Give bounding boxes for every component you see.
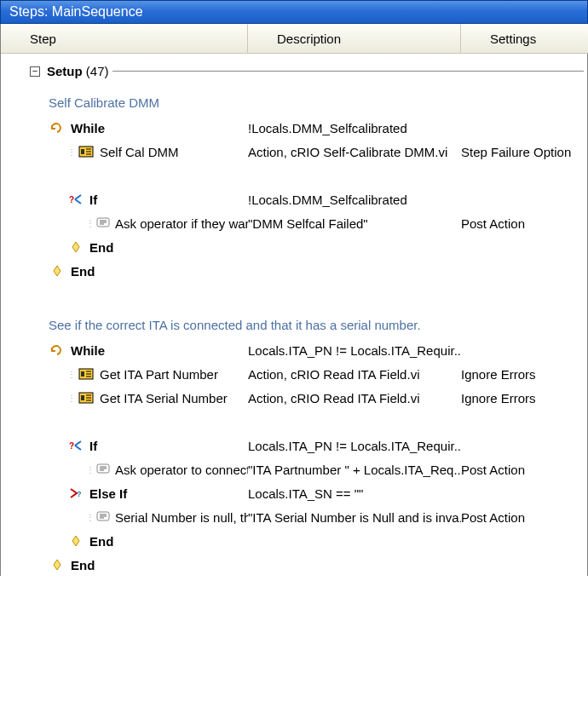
end-block-icon [67, 534, 84, 548]
step-settings: Post Action [461, 216, 588, 231]
step-name: End [71, 264, 95, 279]
step-desc: "ITA Partnumber " + Locals.ITA_Req... [248, 463, 461, 477]
step-row[interactable]: End [1, 234, 588, 258]
step-settings: Ignore Errors [461, 367, 588, 382]
col-description[interactable]: Description [248, 24, 461, 54]
step-name: End [89, 240, 113, 255]
step-settings: Post Action [461, 463, 588, 477]
comment-ita[interactable]: See if the correct ITA is connected and … [1, 306, 588, 337]
step-row[interactable]: End [1, 552, 588, 576]
svg-rect-5 [81, 371, 84, 377]
step-desc: !Locals.DMM_Selfcalibrated [248, 121, 461, 135]
action-vi-icon [78, 145, 95, 158]
svg-rect-1 [81, 149, 84, 154]
comment-selfcal[interactable]: Self Calibrate DMM [1, 83, 588, 115]
step-settings: Step Failure Option [461, 145, 588, 159]
step-name: Ask operator if they want to r... [115, 216, 248, 231]
step-row[interactable]: ⋮Serial Number is null, therefo... "ITA … [1, 504, 588, 528]
message-popup-icon [96, 216, 110, 230]
tree-line-icon: ⋮ [86, 465, 95, 474]
step-name: Ask operator to connect the ... [115, 463, 248, 477]
tree-line-icon: ⋮ [67, 147, 76, 157]
message-popup-icon [96, 510, 110, 524]
step-name: If [89, 193, 97, 207]
step-name: Get ITA Part Number [100, 367, 218, 382]
step-desc: Locals.ITA_SN == "" [248, 486, 461, 501]
action-vi-icon [78, 367, 95, 381]
group-count: (47) [86, 64, 109, 78]
if-branch-icon: ? [67, 439, 84, 452]
step-name: Serial Number is null, therefo... [115, 510, 248, 525]
tree-line-icon: ⋮ [67, 394, 76, 403]
step-row[interactable]: ⋮Get ITA Serial Number Action, cRIO Read… [1, 385, 588, 409]
steps-grid: Step Description Settings − Setup (47) S… [0, 24, 588, 576]
title-text: Steps: MainSequence [9, 4, 143, 19]
step-row[interactable]: ⋮Ask operator if they want to r... "DMM … [1, 210, 588, 234]
step-settings: Ignore Errors [461, 391, 588, 405]
step-row[interactable]: ?If !Locals.DMM_Selfcalibrated [1, 187, 588, 210]
col-step[interactable]: Step [1, 24, 248, 54]
elseif-branch-icon: ? [67, 486, 84, 500]
step-desc: "ITA Serial Number is Null and is inva..… [248, 510, 461, 525]
step-name: Else If [89, 486, 127, 501]
step-row[interactable]: End [1, 258, 588, 282]
tree-line-icon: ⋮ [67, 370, 76, 379]
step-row[interactable]: ⋮Self Cal DMM Action, cRIO Self-Calibrat… [1, 139, 588, 163]
col-settings[interactable]: Settings [461, 24, 588, 54]
step-desc: Action, cRIO Read ITA Field.vi [248, 391, 461, 405]
svg-text:?: ? [69, 195, 74, 204]
step-settings: Post Action [461, 510, 588, 525]
step-row[interactable]: While Locals.ITA_PN != Locals.ITA_Requir… [1, 337, 588, 361]
tree-line-icon: ⋮ [86, 219, 95, 228]
step-desc: Locals.ITA_PN != Locals.ITA_Requir... [248, 439, 461, 453]
step-name: End [89, 534, 113, 549]
step-row[interactable]: ⋮Ask operator to connect the ... "ITA Pa… [1, 457, 588, 480]
window-title: Steps: MainSequence [0, 0, 588, 24]
step-row[interactable]: End [1, 528, 588, 552]
step-row[interactable]: ⋮Get ITA Part Number Action, cRIO Read I… [1, 361, 588, 385]
group-divider [112, 71, 584, 72]
step-desc: !Locals.DMM_Selfcalibrated [248, 193, 461, 207]
end-block-icon [49, 264, 66, 278]
svg-text:?: ? [77, 490, 82, 498]
step-name: While [71, 343, 105, 358]
step-desc: "DMM Selfcal Failed" [248, 216, 461, 231]
step-name: End [71, 558, 95, 572]
step-row[interactable]: ?Else If Locals.ITA_SN == "" [1, 480, 588, 504]
collapse-icon[interactable]: − [30, 66, 40, 77]
while-loop-icon [49, 121, 66, 135]
end-block-icon [49, 558, 66, 572]
step-name: If [89, 439, 97, 453]
while-loop-icon [49, 343, 66, 357]
svg-text:?: ? [69, 441, 74, 451]
action-vi-icon [78, 391, 95, 405]
message-popup-icon [96, 463, 110, 476]
tree-line-icon: ⋮ [86, 513, 95, 522]
step-desc: Action, cRIO Read ITA Field.vi [248, 367, 461, 382]
group-name: Setup [47, 64, 83, 78]
step-name: Self Cal DMM [100, 145, 179, 159]
group-header-setup[interactable]: − Setup (47) [1, 64, 588, 83]
step-name: Get ITA Serial Number [100, 391, 228, 405]
step-row[interactable]: ?If Locals.ITA_PN != Locals.ITA_Requir..… [1, 433, 588, 457]
step-desc: Locals.ITA_PN != Locals.ITA_Requir... [248, 343, 461, 358]
svg-rect-7 [81, 395, 84, 400]
step-row[interactable]: While !Locals.DMM_Selfcalibrated [1, 115, 588, 139]
step-desc: Action, cRIO Self-Calibrate DMM.vi [248, 145, 461, 159]
step-name: While [71, 121, 105, 135]
if-branch-icon: ? [67, 193, 84, 206]
end-block-icon [67, 240, 84, 254]
